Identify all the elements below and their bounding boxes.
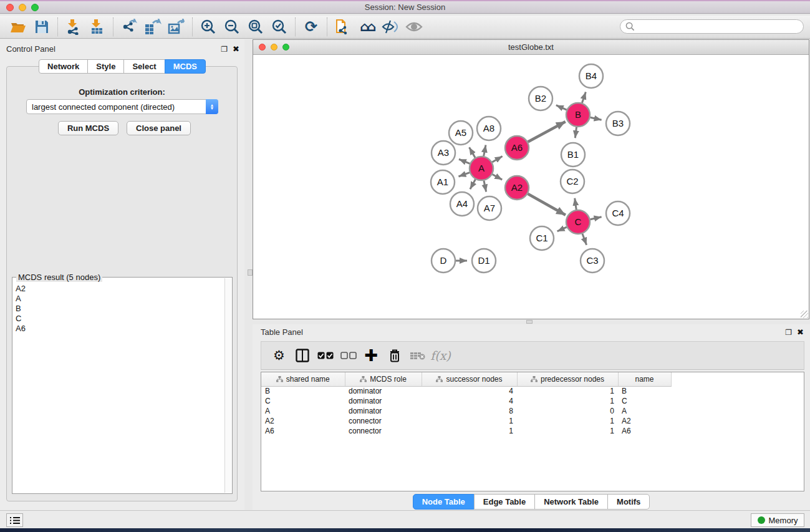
col-shared-name[interactable]: shared name xyxy=(261,372,345,386)
graph-edge[interactable] xyxy=(470,147,475,157)
delete-column-button[interactable] xyxy=(383,344,406,367)
tab-mcds[interactable]: MCDS xyxy=(165,59,206,74)
result-item[interactable]: C xyxy=(16,314,222,324)
toolbar-separator xyxy=(295,17,296,36)
float-panel-icon[interactable]: ❐ xyxy=(221,45,228,54)
import-network-icon xyxy=(65,19,82,35)
result-item[interactable]: A2 xyxy=(16,284,222,294)
import-network-button[interactable] xyxy=(62,17,85,37)
graph-edge[interactable] xyxy=(575,127,576,138)
minimize-network-button[interactable] xyxy=(271,44,277,51)
mcds-result-list[interactable]: A2 A B C A6 xyxy=(13,278,224,493)
tab-motifs[interactable]: Motifs xyxy=(607,494,650,510)
tab-node-table[interactable]: Node Table xyxy=(413,494,475,510)
open-file-button[interactable] xyxy=(6,17,30,37)
close-window-button[interactable] xyxy=(6,4,14,11)
zoom-in-button[interactable] xyxy=(196,17,220,37)
graph-edge[interactable] xyxy=(556,105,567,110)
graph-edge[interactable] xyxy=(528,122,566,142)
search-field[interactable] xyxy=(620,19,804,34)
add-column-button[interactable]: ✚ xyxy=(360,344,383,367)
show-details-button[interactable] xyxy=(402,17,426,37)
zoom-selected-button[interactable] xyxy=(268,17,291,37)
deselect-all-columns-button[interactable] xyxy=(337,344,360,367)
table-row[interactable]: Bdominator41B xyxy=(261,386,804,396)
column-settings-button[interactable]: ⚙ xyxy=(268,344,291,367)
graph-node-label: B xyxy=(575,109,581,120)
tab-edge-table[interactable]: Edge Table xyxy=(474,494,535,510)
result-item[interactable]: B xyxy=(16,304,222,314)
graph-edge[interactable] xyxy=(492,157,502,162)
graph-edge[interactable] xyxy=(591,217,602,220)
graph-edge[interactable] xyxy=(484,181,486,192)
graph-edge[interactable] xyxy=(484,145,486,157)
graph-node-label: B3 xyxy=(612,118,624,128)
graph-edge[interactable] xyxy=(591,117,602,120)
run-mcds-button[interactable]: Run MCDS xyxy=(58,121,118,135)
node-table[interactable]: shared name MCDS role successor nodes pr… xyxy=(261,372,804,491)
clone-network-button[interactable] xyxy=(331,17,355,37)
float-table-panel-icon[interactable]: ❐ xyxy=(785,328,792,337)
gear-icon: ⚙ xyxy=(273,349,285,362)
tab-network-table[interactable]: Network Table xyxy=(534,494,608,510)
col-predecessor-nodes[interactable]: predecessor nodes xyxy=(517,372,618,386)
hierarchy-icon xyxy=(360,376,367,382)
optimization-criterion-dropdown[interactable]: largest connected component (directed) ▲… xyxy=(26,99,218,114)
graph-edge[interactable] xyxy=(557,227,567,231)
home-button[interactable]: ⌂⌂ xyxy=(355,17,378,37)
graph-edge[interactable] xyxy=(493,175,503,180)
table-row[interactable]: Cdominator41C xyxy=(261,396,804,406)
col-mcds-role[interactable]: MCDS role xyxy=(345,372,422,386)
window-resize-grip[interactable] xyxy=(801,311,808,318)
result-item[interactable]: A xyxy=(16,294,222,304)
zoom-fit-button[interactable] xyxy=(244,17,268,37)
result-scrollbar[interactable] xyxy=(224,278,231,493)
hierarchy-icon xyxy=(531,376,538,382)
table-row[interactable]: Adominator80A xyxy=(261,406,804,416)
network-graph[interactable]: B4B2BB3A5A8A6A3B1AA1C2A2A4A7C4CC1C3DD1 xyxy=(253,55,809,319)
tab-network[interactable]: Network xyxy=(39,59,88,74)
graph-node-label: C1 xyxy=(536,233,547,243)
memory-button[interactable]: Memory xyxy=(751,513,804,527)
graph-edge[interactable] xyxy=(582,234,587,245)
graph-edge[interactable] xyxy=(528,194,566,215)
export-table-button[interactable] xyxy=(141,17,165,37)
minimize-window-button[interactable] xyxy=(19,4,26,11)
graph-edge[interactable] xyxy=(459,159,470,163)
delete-table-button[interactable] xyxy=(406,344,429,367)
refresh-button[interactable]: ⟳ xyxy=(299,17,323,37)
table-row[interactable]: A2connector11A2 xyxy=(261,416,804,426)
network-window-titlebar[interactable]: testGlobe.txt xyxy=(253,40,809,55)
vertical-splitter-handle[interactable] xyxy=(248,269,253,276)
col-name[interactable]: name xyxy=(618,372,671,386)
col-successor-nodes[interactable]: successor nodes xyxy=(422,372,517,386)
split-view-button[interactable] xyxy=(291,344,314,367)
import-table-button[interactable] xyxy=(85,17,109,37)
close-panel-icon[interactable]: ✖ xyxy=(233,44,239,54)
close-network-button[interactable] xyxy=(259,44,266,51)
close-panel-button[interactable]: Close panel xyxy=(127,121,191,135)
graph-edge[interactable] xyxy=(458,173,470,177)
result-item[interactable]: A6 xyxy=(16,324,222,334)
graph-edge[interactable] xyxy=(470,180,476,190)
hide-details-button[interactable] xyxy=(378,17,402,37)
select-all-columns-button[interactable] xyxy=(314,344,337,367)
graph-edge[interactable] xyxy=(582,92,586,103)
maximize-network-button[interactable] xyxy=(282,44,289,51)
maximize-window-button[interactable] xyxy=(31,4,39,11)
task-history-button[interactable] xyxy=(6,513,23,527)
zoom-out-button[interactable] xyxy=(220,17,244,37)
function-builder-button[interactable]: f(x) xyxy=(429,344,452,367)
graph-edge[interactable] xyxy=(575,198,577,210)
tab-select[interactable]: Select xyxy=(123,59,165,74)
export-image-button[interactable] xyxy=(165,17,188,37)
mcds-panel-body: Optimization criterion: largest connecte… xyxy=(6,66,238,501)
horizontal-splitter-handle[interactable] xyxy=(526,320,533,324)
table-row[interactable]: A6connector11A6 xyxy=(261,426,804,436)
network-canvas[interactable]: B4B2BB3A5A8A6A3B1AA1C2A2A4A7C4CC1C3DD1 xyxy=(253,55,809,319)
save-session-button[interactable] xyxy=(30,17,54,37)
close-table-panel-icon[interactable]: ✖ xyxy=(797,327,804,337)
save-icon xyxy=(35,20,49,34)
export-network-button[interactable] xyxy=(117,17,141,37)
tab-style[interactable]: Style xyxy=(87,59,124,74)
